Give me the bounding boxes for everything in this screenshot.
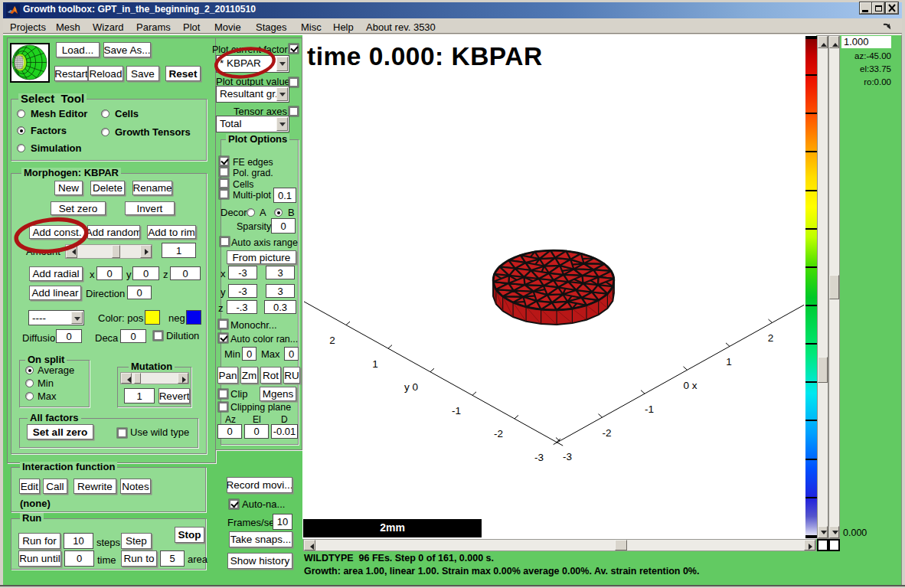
svg-text:1: 1: [372, 358, 378, 370]
svg-text:-2: -2: [602, 427, 611, 439]
svg-text:2: 2: [768, 332, 774, 344]
svg-text:-2: -2: [494, 428, 503, 439]
svg-text:-3: -3: [563, 451, 572, 462]
svg-text:-1: -1: [452, 405, 461, 416]
svg-text:2: 2: [329, 335, 335, 346]
svg-text:1: 1: [726, 356, 732, 368]
svg-text:-1: -1: [645, 403, 654, 415]
svg-text:0 x: 0 x: [683, 380, 697, 391]
svg-text:y 0: y 0: [404, 381, 418, 393]
svg-text:-3: -3: [534, 452, 544, 463]
